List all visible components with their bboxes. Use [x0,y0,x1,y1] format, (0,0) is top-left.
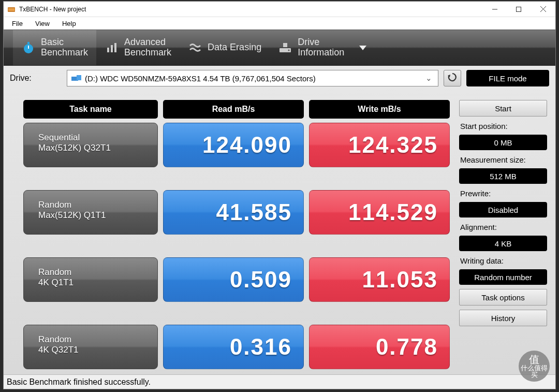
wave-icon [188,40,202,55]
task-cell[interactable]: Random4K Q1T1 [23,257,158,302]
refresh-button[interactable] [444,70,461,86]
writing-data-label: Writing data: [459,255,547,265]
prewrite-label: Prewrite: [459,188,547,198]
tab-advanced-benchmark[interactable]: AdvancedBenchmark [96,30,180,65]
close-button[interactable] [531,2,555,17]
write-value: 124.325 [309,123,450,167]
main-area: Task name Read mB/s Write mB/s Sequentia… [4,91,555,374]
window-title: TxBENCH - New project [19,6,483,13]
tab-label: BasicBenchmark [41,37,88,58]
maximize-button[interactable] [507,2,531,17]
write-value: 114.529 [309,190,450,235]
svg-rect-10 [111,45,113,52]
start-position-value[interactable]: 0 MB [459,135,547,150]
minimize-button[interactable] [483,2,507,17]
task-options-button[interactable]: Task options [459,289,547,306]
svg-marker-15 [359,46,366,50]
svg-rect-17 [77,75,81,80]
header-row: Task name Read mB/s Write mB/s [23,100,450,119]
svg-rect-7 [27,42,30,44]
tab-drive-information[interactable]: DriveInformation [270,30,352,65]
menu-file[interactable]: File [7,19,28,28]
titlebar: TxBENCH - New project [4,2,555,17]
menu-help[interactable]: Help [57,19,81,28]
prewrite-value[interactable]: Disabled [459,202,547,217]
data-rows: SequentialMax(512K) Q32T1 124.090 124.32… [23,123,450,369]
start-position-label: Start position: [459,121,547,130]
table-row: RandomMax(512K) Q1T1 41.585 114.529 [23,190,450,235]
write-value: 11.053 [309,257,450,302]
tab-label: DriveInformation [298,37,344,58]
svg-point-13 [288,50,290,51]
benchmark-table: Task name Read mB/s Write mB/s Sequentia… [23,100,450,369]
writing-data-value[interactable]: Random number [459,269,547,285]
start-button[interactable]: Start [459,100,547,117]
drive-label: Drive: [10,74,62,83]
header-read: Read mB/s [163,100,304,119]
menu-view[interactable]: View [30,19,55,28]
refresh-icon [447,72,458,84]
measurement-size-value[interactable]: 512 MB [459,168,547,184]
disk-icon [71,75,82,82]
menubar: File View Help [4,17,555,30]
status-bar: Basic Benchmark finished successfully. [4,374,555,389]
table-row: SequentialMax(512K) Q32T1 124.090 124.32… [23,123,450,167]
read-value: 0.316 [163,325,304,369]
alignment-value[interactable]: 4 KB [459,236,547,251]
read-value: 0.509 [163,257,304,302]
svg-rect-11 [114,43,116,52]
chevron-down-icon [359,42,366,53]
header-write: Write mB/s [309,100,450,119]
table-row: Random4K Q32T1 0.316 0.778 [23,325,450,369]
drive-select-text: (D:) WDC WD50NMZM-59A8XS1 4.54 TB (9,767… [85,74,423,83]
task-cell[interactable]: SequentialMax(512K) Q32T1 [23,123,158,167]
watermark-badge: 值什么值得买 [519,351,550,382]
file-mode-indicator: FILE mode [466,70,549,86]
drive-row: Drive: (D:) WDC WD50NMZM-59A8XS1 4.54 TB… [4,66,555,91]
bar-chart-icon [105,40,119,55]
svg-rect-14 [283,43,287,47]
header-task: Task name [23,100,158,119]
tab-basic-benchmark[interactable]: BasicBenchmark [13,30,96,65]
tab-label: Data Erasing [208,42,261,53]
side-panel: Start Start position: 0 MB Measurement s… [459,100,547,369]
task-cell[interactable]: Random4K Q32T1 [23,325,158,369]
app-window: TxBENCH - New project File View Help Bas… [3,1,556,389]
drive-select[interactable]: (D:) WDC WD50NMZM-59A8XS1 4.54 TB (9,767… [67,70,438,86]
tab-label: AdvancedBenchmark [124,37,171,58]
table-row: Random4K Q1T1 0.509 11.053 [23,257,450,302]
stopwatch-icon [21,40,36,55]
read-value: 41.585 [163,190,304,235]
content-area: Drive: (D:) WDC WD50NMZM-59A8XS1 4.54 TB… [4,66,555,389]
read-value: 124.090 [163,123,304,167]
app-icon [7,5,16,14]
svg-rect-3 [517,7,521,11]
task-cell[interactable]: RandomMax(512K) Q1T1 [23,190,158,235]
svg-rect-1 [8,8,14,11]
history-button[interactable]: History [459,310,547,326]
alignment-label: Alignment: [459,222,547,231]
drive-icon [278,40,292,55]
measurement-size-label: Measurement size: [459,154,547,164]
write-value: 0.778 [309,325,450,369]
chevron-down-icon: ⌄ [423,74,434,83]
tab-data-erasing[interactable]: Data Erasing [180,30,270,65]
tabstrip: BasicBenchmark AdvancedBenchmark Data Er… [4,30,555,66]
svg-rect-9 [107,48,109,52]
tab-overflow[interactable] [352,30,373,65]
window-controls [483,2,555,17]
